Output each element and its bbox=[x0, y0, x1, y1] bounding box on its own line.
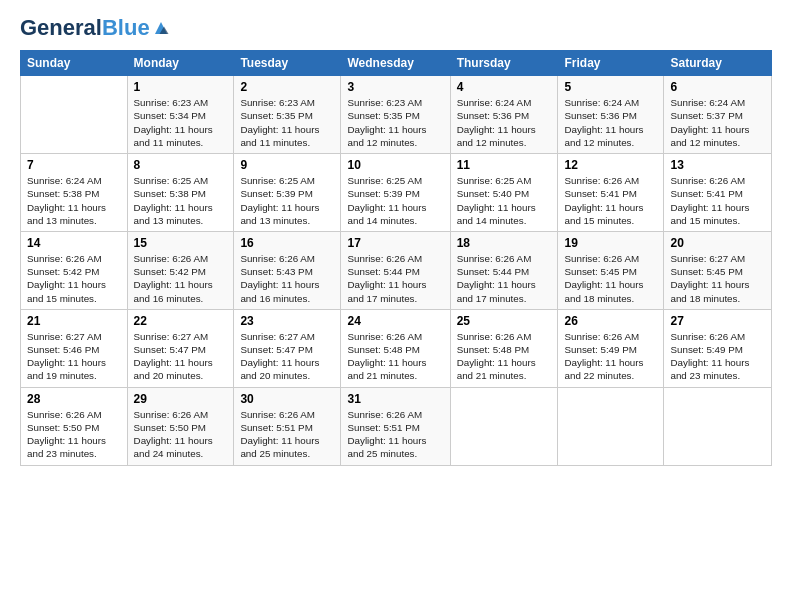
calendar-cell: 22Sunrise: 6:27 AM Sunset: 5:47 PM Dayli… bbox=[127, 309, 234, 387]
col-header-friday: Friday bbox=[558, 51, 664, 76]
day-number: 21 bbox=[27, 314, 121, 328]
calendar-table: SundayMondayTuesdayWednesdayThursdayFrid… bbox=[20, 50, 772, 465]
day-number: 19 bbox=[564, 236, 657, 250]
day-number: 25 bbox=[457, 314, 552, 328]
day-number: 16 bbox=[240, 236, 334, 250]
calendar-cell: 13Sunrise: 6:26 AM Sunset: 5:41 PM Dayli… bbox=[664, 154, 772, 232]
calendar-cell: 1Sunrise: 6:23 AM Sunset: 5:34 PM Daylig… bbox=[127, 76, 234, 154]
logo: GeneralBlue bbox=[20, 16, 170, 40]
day-number: 13 bbox=[670, 158, 765, 172]
day-number: 29 bbox=[134, 392, 228, 406]
day-number: 11 bbox=[457, 158, 552, 172]
calendar-cell: 16Sunrise: 6:26 AM Sunset: 5:43 PM Dayli… bbox=[234, 231, 341, 309]
cell-content: Sunrise: 6:24 AM Sunset: 5:37 PM Dayligh… bbox=[670, 96, 765, 149]
day-number: 14 bbox=[27, 236, 121, 250]
cell-content: Sunrise: 6:24 AM Sunset: 5:36 PM Dayligh… bbox=[457, 96, 552, 149]
col-header-monday: Monday bbox=[127, 51, 234, 76]
week-row-2: 7Sunrise: 6:24 AM Sunset: 5:38 PM Daylig… bbox=[21, 154, 772, 232]
calendar-cell: 12Sunrise: 6:26 AM Sunset: 5:41 PM Dayli… bbox=[558, 154, 664, 232]
header-row: SundayMondayTuesdayWednesdayThursdayFrid… bbox=[21, 51, 772, 76]
cell-content: Sunrise: 6:26 AM Sunset: 5:41 PM Dayligh… bbox=[564, 174, 657, 227]
day-number: 3 bbox=[347, 80, 443, 94]
col-header-saturday: Saturday bbox=[664, 51, 772, 76]
calendar-cell: 31Sunrise: 6:26 AM Sunset: 5:51 PM Dayli… bbox=[341, 387, 450, 465]
cell-content: Sunrise: 6:26 AM Sunset: 5:49 PM Dayligh… bbox=[670, 330, 765, 383]
cell-content: Sunrise: 6:26 AM Sunset: 5:51 PM Dayligh… bbox=[240, 408, 334, 461]
cell-content: Sunrise: 6:27 AM Sunset: 5:47 PM Dayligh… bbox=[134, 330, 228, 383]
cell-content: Sunrise: 6:26 AM Sunset: 5:50 PM Dayligh… bbox=[134, 408, 228, 461]
col-header-thursday: Thursday bbox=[450, 51, 558, 76]
calendar-cell: 27Sunrise: 6:26 AM Sunset: 5:49 PM Dayli… bbox=[664, 309, 772, 387]
calendar-cell: 6Sunrise: 6:24 AM Sunset: 5:37 PM Daylig… bbox=[664, 76, 772, 154]
day-number: 10 bbox=[347, 158, 443, 172]
calendar-cell bbox=[664, 387, 772, 465]
day-number: 15 bbox=[134, 236, 228, 250]
cell-content: Sunrise: 6:26 AM Sunset: 5:42 PM Dayligh… bbox=[27, 252, 121, 305]
cell-content: Sunrise: 6:26 AM Sunset: 5:49 PM Dayligh… bbox=[564, 330, 657, 383]
calendar-cell bbox=[21, 76, 128, 154]
day-number: 6 bbox=[670, 80, 765, 94]
day-number: 20 bbox=[670, 236, 765, 250]
day-number: 27 bbox=[670, 314, 765, 328]
cell-content: Sunrise: 6:27 AM Sunset: 5:46 PM Dayligh… bbox=[27, 330, 121, 383]
day-number: 8 bbox=[134, 158, 228, 172]
calendar-cell bbox=[450, 387, 558, 465]
cell-content: Sunrise: 6:26 AM Sunset: 5:41 PM Dayligh… bbox=[670, 174, 765, 227]
calendar-cell: 15Sunrise: 6:26 AM Sunset: 5:42 PM Dayli… bbox=[127, 231, 234, 309]
week-row-4: 21Sunrise: 6:27 AM Sunset: 5:46 PM Dayli… bbox=[21, 309, 772, 387]
day-number: 12 bbox=[564, 158, 657, 172]
calendar-cell: 19Sunrise: 6:26 AM Sunset: 5:45 PM Dayli… bbox=[558, 231, 664, 309]
day-number: 5 bbox=[564, 80, 657, 94]
day-number: 2 bbox=[240, 80, 334, 94]
calendar-cell: 18Sunrise: 6:26 AM Sunset: 5:44 PM Dayli… bbox=[450, 231, 558, 309]
cell-content: Sunrise: 6:25 AM Sunset: 5:39 PM Dayligh… bbox=[347, 174, 443, 227]
week-row-1: 1Sunrise: 6:23 AM Sunset: 5:34 PM Daylig… bbox=[21, 76, 772, 154]
calendar-cell: 9Sunrise: 6:25 AM Sunset: 5:39 PM Daylig… bbox=[234, 154, 341, 232]
cell-content: Sunrise: 6:25 AM Sunset: 5:38 PM Dayligh… bbox=[134, 174, 228, 227]
day-number: 17 bbox=[347, 236, 443, 250]
cell-content: Sunrise: 6:26 AM Sunset: 5:48 PM Dayligh… bbox=[457, 330, 552, 383]
calendar-cell: 17Sunrise: 6:26 AM Sunset: 5:44 PM Dayli… bbox=[341, 231, 450, 309]
header: GeneralBlue bbox=[20, 16, 772, 40]
cell-content: Sunrise: 6:23 AM Sunset: 5:35 PM Dayligh… bbox=[240, 96, 334, 149]
calendar-cell: 7Sunrise: 6:24 AM Sunset: 5:38 PM Daylig… bbox=[21, 154, 128, 232]
col-header-sunday: Sunday bbox=[21, 51, 128, 76]
day-number: 22 bbox=[134, 314, 228, 328]
cell-content: Sunrise: 6:27 AM Sunset: 5:47 PM Dayligh… bbox=[240, 330, 334, 383]
cell-content: Sunrise: 6:26 AM Sunset: 5:45 PM Dayligh… bbox=[564, 252, 657, 305]
calendar-cell: 2Sunrise: 6:23 AM Sunset: 5:35 PM Daylig… bbox=[234, 76, 341, 154]
calendar-cell: 30Sunrise: 6:26 AM Sunset: 5:51 PM Dayli… bbox=[234, 387, 341, 465]
cell-content: Sunrise: 6:26 AM Sunset: 5:44 PM Dayligh… bbox=[457, 252, 552, 305]
day-number: 18 bbox=[457, 236, 552, 250]
cell-content: Sunrise: 6:27 AM Sunset: 5:45 PM Dayligh… bbox=[670, 252, 765, 305]
day-number: 26 bbox=[564, 314, 657, 328]
cell-content: Sunrise: 6:26 AM Sunset: 5:50 PM Dayligh… bbox=[27, 408, 121, 461]
day-number: 30 bbox=[240, 392, 334, 406]
calendar-cell: 21Sunrise: 6:27 AM Sunset: 5:46 PM Dayli… bbox=[21, 309, 128, 387]
cell-content: Sunrise: 6:24 AM Sunset: 5:36 PM Dayligh… bbox=[564, 96, 657, 149]
calendar-cell: 10Sunrise: 6:25 AM Sunset: 5:39 PM Dayli… bbox=[341, 154, 450, 232]
logo-text: GeneralBlue bbox=[20, 16, 150, 40]
day-number: 1 bbox=[134, 80, 228, 94]
page: GeneralBlue SundayMondayTuesdayWednesday… bbox=[0, 0, 792, 612]
calendar-cell: 23Sunrise: 6:27 AM Sunset: 5:47 PM Dayli… bbox=[234, 309, 341, 387]
calendar-cell: 4Sunrise: 6:24 AM Sunset: 5:36 PM Daylig… bbox=[450, 76, 558, 154]
calendar-cell: 3Sunrise: 6:23 AM Sunset: 5:35 PM Daylig… bbox=[341, 76, 450, 154]
calendar-cell: 26Sunrise: 6:26 AM Sunset: 5:49 PM Dayli… bbox=[558, 309, 664, 387]
week-row-5: 28Sunrise: 6:26 AM Sunset: 5:50 PM Dayli… bbox=[21, 387, 772, 465]
calendar-cell bbox=[558, 387, 664, 465]
day-number: 24 bbox=[347, 314, 443, 328]
calendar-cell: 20Sunrise: 6:27 AM Sunset: 5:45 PM Dayli… bbox=[664, 231, 772, 309]
col-header-tuesday: Tuesday bbox=[234, 51, 341, 76]
calendar-cell: 25Sunrise: 6:26 AM Sunset: 5:48 PM Dayli… bbox=[450, 309, 558, 387]
cell-content: Sunrise: 6:25 AM Sunset: 5:39 PM Dayligh… bbox=[240, 174, 334, 227]
day-number: 31 bbox=[347, 392, 443, 406]
cell-content: Sunrise: 6:26 AM Sunset: 5:42 PM Dayligh… bbox=[134, 252, 228, 305]
calendar-cell: 5Sunrise: 6:24 AM Sunset: 5:36 PM Daylig… bbox=[558, 76, 664, 154]
calendar-cell: 28Sunrise: 6:26 AM Sunset: 5:50 PM Dayli… bbox=[21, 387, 128, 465]
cell-content: Sunrise: 6:24 AM Sunset: 5:38 PM Dayligh… bbox=[27, 174, 121, 227]
calendar-cell: 8Sunrise: 6:25 AM Sunset: 5:38 PM Daylig… bbox=[127, 154, 234, 232]
cell-content: Sunrise: 6:26 AM Sunset: 5:44 PM Dayligh… bbox=[347, 252, 443, 305]
logo-icon bbox=[152, 19, 170, 37]
calendar-cell: 29Sunrise: 6:26 AM Sunset: 5:50 PM Dayli… bbox=[127, 387, 234, 465]
